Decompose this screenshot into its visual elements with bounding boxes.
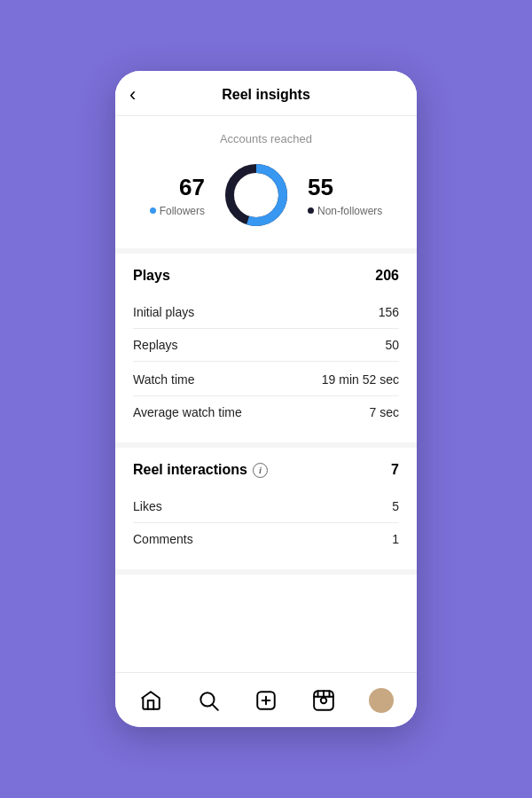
svg-line-3 [213, 704, 218, 709]
initial-plays-value: 156 [379, 305, 399, 319]
accounts-reached-section: Accounts reached 67 Followers [115, 116, 417, 254]
non-followers-dot [308, 207, 314, 214]
nav-profile[interactable] [362, 681, 401, 720]
likes-value: 5 [392, 499, 399, 513]
accounts-reached-subtitle: Accounts reached [220, 132, 312, 145]
avg-watch-time-row: Average watch time 7 sec [133, 396, 399, 428]
info-icon[interactable]: i [253, 463, 268, 478]
followers-legend: Followers [150, 205, 205, 217]
donut-svg [221, 160, 292, 231]
back-button[interactable]: ‹ [129, 85, 136, 105]
followers-label-group: 67 Followers [150, 174, 205, 217]
replays-row: Replays 50 [133, 329, 399, 362]
watch-time-label: Watch time [133, 372, 195, 387]
interactions-title-wrap: Reel interactions i [133, 462, 268, 478]
likes-row: Likes 5 [133, 490, 399, 523]
non-followers-label-group: 55 Non-followers [308, 174, 382, 217]
header: ‹ Reel insights [115, 71, 417, 116]
watch-time-row: Watch time 19 min 52 sec [133, 369, 399, 396]
nav-search[interactable] [189, 681, 228, 720]
comments-label: Comments [133, 532, 193, 546]
comments-row: Comments 1 [133, 523, 399, 555]
comments-value: 1 [392, 532, 399, 546]
replays-label: Replays [133, 338, 178, 352]
followers-dot [150, 207, 156, 214]
interactions-section: Reel interactions i 7 Likes 5 Comments 1 [115, 448, 417, 575]
interactions-title: Reel interactions [133, 462, 247, 478]
plays-section: Plays 206 Initial plays 156 Replays 50 W… [115, 254, 417, 448]
content-scroll[interactable]: Accounts reached 67 Followers [115, 116, 417, 672]
replays-value: 50 [385, 338, 399, 352]
svg-point-8 [321, 697, 327, 703]
bottom-nav [115, 672, 417, 727]
nav-home[interactable] [131, 681, 170, 720]
likes-label: Likes [133, 499, 162, 513]
page-title: Reel insights [222, 87, 310, 103]
followers-count: 67 [179, 174, 205, 201]
add-icon [254, 689, 278, 712]
nav-reels[interactable] [304, 681, 343, 720]
avg-watch-time-value: 7 sec [370, 405, 399, 419]
profile-avatar [369, 688, 394, 713]
search-icon [197, 689, 220, 712]
phone-frame: ‹ Reel insights Accounts reached 67 Foll… [115, 71, 417, 727]
reels-icon [312, 689, 335, 712]
plays-header: Plays 206 [133, 268, 399, 284]
followers-label: Followers [160, 205, 205, 217]
initial-plays-label: Initial plays [133, 305, 194, 319]
avg-watch-time-label: Average watch time [133, 405, 242, 419]
interactions-total: 7 [391, 462, 399, 478]
home-icon [139, 689, 162, 712]
donut-chart [221, 160, 292, 231]
chart-row: 67 Followers 55 [150, 160, 383, 231]
nav-add[interactable] [246, 681, 286, 720]
plays-total: 206 [375, 268, 399, 284]
non-followers-count: 55 [308, 174, 333, 201]
interactions-header: Reel interactions i 7 [133, 462, 399, 478]
non-followers-label: Non-followers [317, 205, 382, 217]
plays-title: Plays [133, 268, 170, 284]
non-followers-legend: Non-followers [308, 205, 382, 217]
watch-time-value: 19 min 52 sec [322, 372, 399, 387]
initial-plays-row: Initial plays 156 [133, 296, 399, 329]
